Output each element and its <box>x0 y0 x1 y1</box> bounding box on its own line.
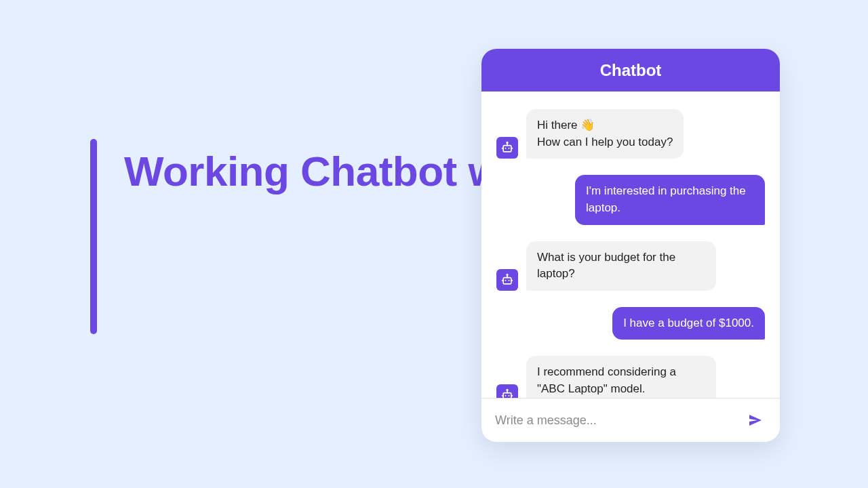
send-button[interactable] <box>745 409 766 431</box>
message-row: I recommend considering a "ABC Laptop" m… <box>496 356 765 398</box>
svg-rect-0 <box>503 146 511 152</box>
chat-messages: Hi there 👋 How can I help you today? I'm… <box>481 92 780 398</box>
robot-icon <box>496 137 518 159</box>
svg-rect-7 <box>503 278 511 284</box>
headline-accent-bar <box>90 139 97 334</box>
svg-point-11 <box>507 274 508 276</box>
robot-icon <box>496 269 518 291</box>
chat-header-title: Chatbot <box>481 49 780 92</box>
message-text: I recommend considering a "ABC Laptop" m… <box>537 364 705 397</box>
robot-icon <box>496 384 518 398</box>
message-text: What is your budget for the laptop? <box>537 249 705 283</box>
user-message-bubble: I'm interested in purchasing the laptop. <box>575 175 765 224</box>
svg-point-16 <box>509 395 510 396</box>
send-icon <box>747 412 764 428</box>
message-row: What is your budget for the laptop? <box>496 241 765 291</box>
svg-point-2 <box>509 148 510 149</box>
user-message-bubble: I have a budget of $1000. <box>612 307 765 340</box>
svg-point-18 <box>507 389 508 390</box>
message-input[interactable] <box>495 413 735 428</box>
message-text: I'm interested in purchasing the laptop. <box>586 183 754 216</box>
message-text: Hi there 👋 How can I help you today? <box>537 117 673 150</box>
svg-point-8 <box>505 280 507 281</box>
svg-rect-14 <box>503 392 511 398</box>
chatbot-panel: Chatbot Hi there 👋 How can I help you to… <box>481 49 780 442</box>
message-row: Hi there 👋 How can I help you today? <box>496 109 765 159</box>
svg-point-1 <box>505 148 507 149</box>
bot-message-bubble: I recommend considering a "ABC Laptop" m… <box>526 356 716 398</box>
message-text: I have a budget of $1000. <box>623 315 754 332</box>
svg-point-15 <box>505 395 507 396</box>
message-row: I have a budget of $1000. <box>496 307 765 340</box>
svg-point-4 <box>507 142 508 144</box>
bot-message-bubble: Hi there 👋 How can I help you today? <box>526 109 684 159</box>
message-row: I'm interested in purchasing the laptop. <box>496 175 765 224</box>
svg-point-9 <box>509 280 510 281</box>
chat-input-row <box>481 398 780 442</box>
bot-message-bubble: What is your budget for the laptop? <box>526 241 716 291</box>
